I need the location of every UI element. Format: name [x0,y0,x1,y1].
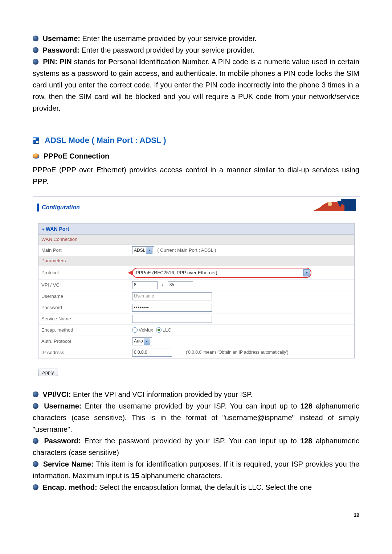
password-line: Password: Enter the password provided by… [33,44,359,56]
apply-button[interactable]: Apply [38,369,58,376]
post-vpivci-label: VPI/VCI: [43,390,73,398]
wan-port-header[interactable]: ▼WAN Port [38,223,354,235]
post-username-t1: Enter the username provided by your ISP.… [85,402,301,410]
post-vpivci-line: VPI/VCI: Enter the VPI and VCI informati… [33,389,359,400]
post-vpivci-text: Enter the VPI and VCI information provid… [73,390,253,398]
service-name-input[interactable] [132,315,212,323]
username-field-label: Username [41,293,132,300]
bullet-icon [33,59,38,65]
logo-icon [313,199,356,216]
main-port-label: Main Port [41,247,132,254]
bullet-icon [33,403,38,409]
password-text: Enter the password provided by your serv… [81,46,254,54]
auth-value: Auto [134,338,143,345]
encap-vcmux-label: VcMux [139,327,153,334]
vpivci-separator: / [162,282,163,289]
page-number: 32 [33,511,359,519]
username-line: Username: Enter the username provided by… [33,33,359,44]
post-encap-text: Select the encapsulation format, the def… [99,483,312,491]
pin-t4: umber. A PIN code is a numeric value use… [33,58,359,112]
password-row: Password •••••••• [38,302,354,313]
username-label: Username: [43,34,82,42]
main-port-hint: ( Current Main Port : ADSL ) [157,247,216,254]
vpivci-row: VPI / VCI 8 / 35 [38,280,354,291]
main-port-value: ADSL [134,247,145,254]
encap-vcmux-radio[interactable]: VcMux [132,327,153,334]
post-text-area: VPI/VCI: Enter the VPI and VCI informati… [33,389,359,493]
username-text: Enter the username provided by your serv… [82,34,257,42]
orb-bullet-icon [33,153,39,159]
vpivci-label: VPI / VCI [41,282,132,289]
pin-t1: stands for [74,58,109,66]
post-encap-line: Encap. method: Select the encapsulation … [33,481,359,493]
post-service-line: Service Name: This item is for identific… [33,458,359,481]
protocol-select[interactable]: PPPoE (RFC2516, PPP over Ethernet) ▾ [132,268,311,278]
post-username-line: Username: Enter the username provided by… [33,400,359,435]
main-port-select[interactable]: ADSL ▾ [132,246,154,254]
bullet-icon [33,461,38,467]
section-title: ADSL Mode ( Main Port : ADSL ) [45,134,166,147]
bullet-icon [33,47,38,53]
subsection-title: PPPoE Connection [44,150,109,162]
pin-t3: dentification [141,58,182,66]
protocol-row: Protocol PPPoE (RFC2516, PPP over Ethern… [38,266,354,280]
pin-line: PIN: PIN stands for Personal Identificat… [33,56,359,114]
config-title-wrap: Configuration [37,203,80,212]
post-service-15: 15 [131,472,139,480]
apply-wrap: Apply [33,363,360,382]
svg-point-1 [328,202,332,206]
bullet-icon [33,36,38,41]
password-field-label: Password [41,304,132,312]
ip-input[interactable]: 0.0.0.0 [132,349,172,357]
subsection: PPPoE Connection [33,150,359,162]
bullet-icon [33,391,38,397]
post-password-label: Password: [44,437,85,445]
post-service-t2: alphanumeric characters. [139,472,222,480]
parameters-header: Parameters [38,256,354,266]
post-service-label: Service Name: [43,460,96,468]
dropdown-arrow-icon: ▾ [303,269,310,276]
auth-row: Auth. Protocol Auto ▾ [38,336,354,347]
radio-icon [132,327,138,333]
dropdown-arrow-icon: ▾ [146,247,152,254]
post-username-128: 128 [300,402,312,410]
post-password-line: Password: Enter the password provided by… [33,435,359,458]
wan-connection-header: WAN Connection [38,235,354,245]
encap-llc-radio[interactable]: LLC [156,327,171,334]
encap-row: Encap. method VcMux LLC [38,325,354,336]
post-password-t1: Enter the password provided by your ISP.… [84,437,300,445]
dropdown-arrow-icon: ▾ [144,338,150,345]
blue-bar-icon [37,204,39,212]
caret-down-icon: ▼ [41,227,45,231]
section-heading: ADSL Mode ( Main Port : ADSL ) [33,134,359,147]
service-name-label: Service Name [41,315,132,323]
pin-label: PIN: PIN [43,58,74,66]
square-bullet-icon [33,137,39,144]
encap-label: Encap. method [41,327,132,334]
auth-select[interactable]: Auto ▾ [132,337,152,345]
protocol-value: PPPoE (RFC2516, PPP over Ethernet) [136,269,303,277]
username-row: Username Username [38,291,354,302]
config-title: Configuration [42,203,80,212]
post-password-128: 128 [300,437,312,445]
pin-t2: ersonal [113,58,139,66]
ip-label: IP Address [41,349,132,357]
vpi-input[interactable]: 8 [132,281,158,289]
configuration-panel: Configuration ▼WAN Port WAN Connection M… [33,196,360,382]
service-name-row: Service Name [38,313,354,325]
pin-p: P [108,58,113,66]
wan-port-label: WAN Port [46,226,69,232]
config-inner: ▼WAN Port WAN Connection Main Port ADSL … [38,223,355,358]
config-header: Configuration [33,197,360,220]
bullet-icon [33,484,38,490]
radio-checked-icon [156,327,162,333]
content-area: Username: Enter the username provided by… [33,33,359,519]
password-input[interactable]: •••••••• [132,304,212,312]
bullet-icon [33,438,38,444]
post-username-label: Username: [44,402,85,410]
vci-input[interactable]: 35 [168,281,193,289]
encap-llc-label: LLC [163,327,171,334]
username-input[interactable]: Username [132,292,212,300]
protocol-label: Protocol [41,269,132,277]
post-encap-label: Encap. method: [43,483,99,491]
